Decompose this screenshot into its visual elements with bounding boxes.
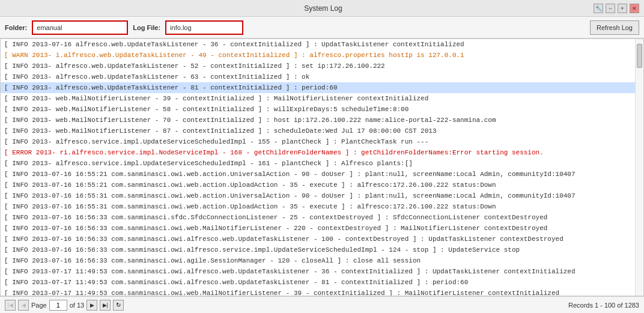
folder-select-wrapper: audit-report dblog device-maintenance em… <box>32 20 128 35</box>
log-line: [ INFO 2013- alfresco.service.impl.Updat… <box>1 158 635 169</box>
log-line: [ INFO 2013- web.MailNotifierListener - … <box>1 115 635 126</box>
first-page-button[interactable]: |◀ <box>5 300 16 311</box>
log-line: [ ERROR 2013- ri.alfresco.service.impl.N… <box>1 147 635 158</box>
log-file-select[interactable]: info.log error.log warn.log <box>165 20 243 35</box>
page-label: Page <box>31 302 47 309</box>
log-line: [ INFO 2013- alfresco.web.UpdateTaskList… <box>1 61 635 71</box>
status-bar: |◀ ◀ Page of 13 ▶ ▶| ↻ Records 1 - 100 o… <box>0 296 644 313</box>
main-content: [ INFO 2013-07-16 alfresco.web.UpdateTas… <box>0 38 644 296</box>
last-page-button[interactable]: ▶| <box>100 300 111 311</box>
toolbar: Folder: audit-report dblog device-mainte… <box>0 17 644 38</box>
refresh-icon-button[interactable]: ↻ <box>113 300 124 311</box>
title-bar: System Log 🔧 − + ✕ <box>0 0 644 17</box>
log-line: [ INFO 2013-07-17 11:49:53 com.sanminasc… <box>1 277 635 288</box>
log-line: [ INFO 2013-07-16 16:55:21 com.sanminasc… <box>1 169 635 180</box>
pin-button[interactable]: 🔧 <box>594 4 603 13</box>
maximize-button[interactable]: + <box>618 4 627 13</box>
window-title: System Log <box>53 4 594 13</box>
log-line: [ INFO 2013-07-16 16:56:33 com.sanminasc… <box>1 245 635 255</box>
log-line: [ INFO 2013-07-16 16:56:33 com.sanminasc… <box>1 223 635 234</box>
log-line: [ INFO 2013-07-16 16:56:33 com.sanminasc… <box>1 234 635 245</box>
log-file-select-wrapper: info.log error.log warn.log <box>165 20 243 35</box>
scrollbar[interactable] <box>635 39 643 296</box>
log-line: [ INFO 2013- web.MailNotifierListener - … <box>1 104 635 115</box>
log-line: [ INFO 2013-07-16 alfresco.web.UpdateTas… <box>1 39 635 50</box>
log-line: [ INFO 2013-07-16 16:55:31 com.sanminasc… <box>1 190 635 201</box>
log-line: [ INFO 2013-07-17 11:49:53 com.sanminasc… <box>1 266 635 277</box>
log-line: [ INFO 2013-07-16 16:55:21 com.sanminasc… <box>1 180 635 190</box>
records-label: Records 1 - 100 of 1283 <box>126 302 639 309</box>
folder-select[interactable]: audit-report dblog device-maintenance em… <box>32 20 128 35</box>
log-line: [ INFO 2013-07-16 16:56:33 com.sanminasc… <box>1 255 635 266</box>
next-page-button[interactable]: ▶ <box>87 300 97 311</box>
log-line: [ INFO 2013- web.MailNotifierListener - … <box>1 126 635 136</box>
prev-page-button[interactable]: ◀ <box>18 300 29 311</box>
refresh-log-button[interactable]: Refresh Log <box>590 20 639 35</box>
close-button[interactable]: ✕ <box>630 4 639 13</box>
window-controls: 🔧 − + ✕ <box>594 4 639 13</box>
page-input[interactable] <box>49 300 67 311</box>
scrollbar-thumb[interactable] <box>637 44 642 68</box>
log-line: [ WARN 2013- i.alfresco.web.UpdateTaskLi… <box>1 50 635 61</box>
log-line: [ INFO 2013-07-17 11:49:53 com.sanminasc… <box>1 288 635 296</box>
page-of-label: of 13 <box>70 302 84 309</box>
log-line: [ INFO 2013- alfresco.web.UpdateTaskList… <box>1 71 635 82</box>
minimize-button[interactable]: − <box>606 4 615 13</box>
log-line: [ INFO 2013-07-16 16:55:31 com.sanminasc… <box>1 201 635 212</box>
log-line: [ INFO 2013-07-16 16:56:33 com.sanminasc… <box>1 212 635 223</box>
log-line: [ INFO 2013- alfresco.service.impl.Updat… <box>1 136 635 147</box>
folder-label: Folder: <box>5 24 27 31</box>
log-file-label: Log File: <box>133 24 160 31</box>
log-line: [ INFO 2013- web.MailNotifierListener - … <box>1 93 635 104</box>
log-area[interactable]: [ INFO 2013-07-16 alfresco.web.UpdateTas… <box>1 39 635 296</box>
log-line: [ INFO 2013- alfresco.web.UpdateTaskList… <box>1 82 635 93</box>
